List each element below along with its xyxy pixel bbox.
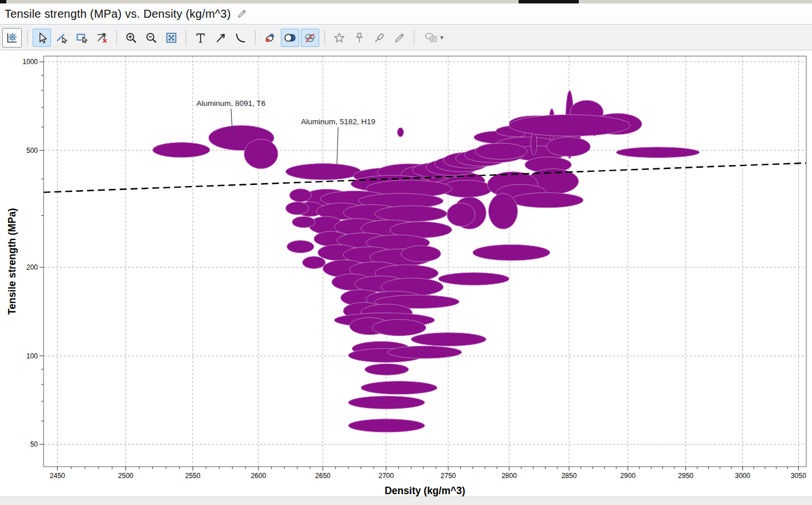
- material-ellipse[interactable]: [375, 206, 447, 222]
- x-tick-label: 2750: [441, 472, 456, 480]
- material-ellipse[interactable]: [287, 240, 314, 253]
- x-tick-label: 3050: [791, 472, 806, 480]
- material-ellipse[interactable]: [361, 381, 437, 394]
- material-ellipse[interactable]: [285, 164, 360, 180]
- material-ellipse[interactable]: [152, 143, 210, 157]
- pin-icon: [353, 31, 366, 44]
- status-bar: [0, 496, 812, 505]
- x-tick-label: 2450: [50, 472, 65, 480]
- star-icon: [333, 31, 346, 44]
- material-ellipse[interactable]: [348, 419, 425, 432]
- favorites-star-button[interactable]: [330, 29, 348, 47]
- y-tick-label: 100: [26, 352, 38, 360]
- pipette-icon: [373, 31, 386, 44]
- material-ellipse[interactable]: [547, 137, 591, 156]
- material-ellipse[interactable]: [438, 273, 509, 285]
- material-ellipse[interactable]: [244, 139, 278, 169]
- x-tick-label: 3000: [735, 472, 751, 480]
- color-bubbles-icon: [264, 31, 276, 44]
- x-tick-label: 2600: [251, 472, 266, 480]
- x-tick-label: 2700: [378, 472, 394, 480]
- cursor-icon: [36, 31, 48, 44]
- material-ellipse[interactable]: [447, 203, 475, 227]
- toolbar-separator: [255, 30, 256, 45]
- text-tool-icon: [194, 31, 207, 44]
- y-axis-title: Tensile strength (MPa): [6, 208, 18, 314]
- y-tick-label: 200: [26, 263, 38, 271]
- material-ellipse[interactable]: [289, 189, 311, 202]
- arrow-annotation-button[interactable]: [211, 29, 230, 47]
- material-ellipse[interactable]: [509, 115, 630, 136]
- clear-selection-icon: [96, 31, 108, 44]
- chart-title: Tensile strength (MPa) vs. Density (kg/m…: [5, 7, 231, 21]
- select-line-button[interactable]: [53, 29, 71, 47]
- material-ellipse[interactable]: [473, 244, 550, 261]
- zoom-in-icon: [125, 31, 138, 44]
- x-tick-label: 2950: [678, 472, 693, 480]
- clear-selection-button[interactable]: [93, 29, 111, 47]
- toolbar-separator: [186, 30, 186, 45]
- material-ellipse[interactable]: [292, 216, 315, 228]
- zoom-out-button[interactable]: [142, 29, 160, 47]
- zoom-in-button[interactable]: [122, 29, 140, 47]
- x-axis-title: Density (kg/m^3): [385, 485, 465, 496]
- annotation-label[interactable]: Aluminum, 5182, H19: [301, 117, 375, 126]
- line-select-icon: [56, 31, 68, 44]
- material-ellipse[interactable]: [365, 364, 409, 375]
- material-ellipse[interactable]: [411, 333, 486, 346]
- pipette-button[interactable]: [370, 29, 389, 47]
- x-tick-label: 2900: [620, 472, 636, 480]
- pencil-edit-button[interactable]: [390, 29, 409, 47]
- text-annotation-button[interactable]: [191, 29, 210, 47]
- chart-settings-button[interactable]: [2, 28, 22, 48]
- y-tick-label: 1000: [22, 58, 38, 66]
- material-ellipse[interactable]: [531, 132, 536, 156]
- material-ellipse[interactable]: [401, 246, 441, 262]
- toolbar-separator: [116, 30, 117, 45]
- x-axis-ticks: [57, 467, 798, 471]
- select-box-button[interactable]: [73, 29, 91, 47]
- hide-bubbles-button[interactable]: [301, 29, 319, 47]
- material-ellipse[interactable]: [511, 192, 583, 207]
- select-cursor-button[interactable]: [33, 29, 51, 47]
- x-tick-label: 2500: [118, 472, 134, 480]
- color-bubbles-button[interactable]: [261, 29, 279, 47]
- edit-title-icon[interactable]: [237, 9, 247, 19]
- zoom-out-icon: [145, 31, 158, 44]
- material-ellipse[interactable]: [285, 202, 308, 215]
- toolbar-separator: [27, 30, 28, 45]
- curve-tool-icon: [234, 31, 247, 44]
- ellipse-note-icon: [424, 31, 439, 44]
- pin-button[interactable]: [350, 29, 368, 47]
- y-tick-label: 50: [30, 440, 38, 448]
- chart-title-bar: Tensile strength (MPa) vs. Density (kg/m…: [0, 3, 812, 25]
- toolbar: ▾: [0, 25, 812, 50]
- y-axis-ticks: [40, 62, 44, 444]
- material-ellipse[interactable]: [387, 346, 462, 358]
- material-ellipse[interactable]: [348, 396, 425, 409]
- y-tick-label: 500: [26, 147, 38, 155]
- x-tick-label: 2650: [315, 472, 331, 480]
- pencil-icon: [393, 31, 406, 44]
- material-ellipse[interactable]: [616, 147, 699, 158]
- hide-bubbles-icon: [304, 31, 316, 44]
- material-ellipse[interactable]: [372, 319, 426, 336]
- zoom-fit-button[interactable]: [162, 29, 181, 47]
- material-ellipse[interactable]: [489, 194, 518, 229]
- chart-area[interactable]: Aluminum, 8091, T6Aluminum, 5182, H19245…: [0, 50, 812, 496]
- zoom-fit-icon: [165, 31, 178, 44]
- material-ellipse[interactable]: [303, 257, 325, 269]
- annotation-label[interactable]: Aluminum, 8091, T6: [197, 99, 266, 108]
- toolbar-separator: [414, 30, 414, 45]
- curve-annotation-button[interactable]: [232, 29, 250, 47]
- material-ellipse[interactable]: [475, 143, 527, 159]
- toolbar-separator: [324, 30, 325, 45]
- chart-svg[interactable]: Aluminum, 8091, T6Aluminum, 5182, H19245…: [0, 50, 812, 496]
- chart-settings-icon: [6, 31, 18, 44]
- arrow-tool-icon: [214, 31, 227, 44]
- ellipse-note-button[interactable]: ▾: [419, 29, 448, 47]
- material-ellipse[interactable]: [397, 128, 403, 137]
- x-tick-label: 2850: [562, 472, 577, 480]
- overlap-bubbles-button[interactable]: [281, 29, 299, 47]
- dropdown-caret-icon[interactable]: ▾: [440, 34, 444, 41]
